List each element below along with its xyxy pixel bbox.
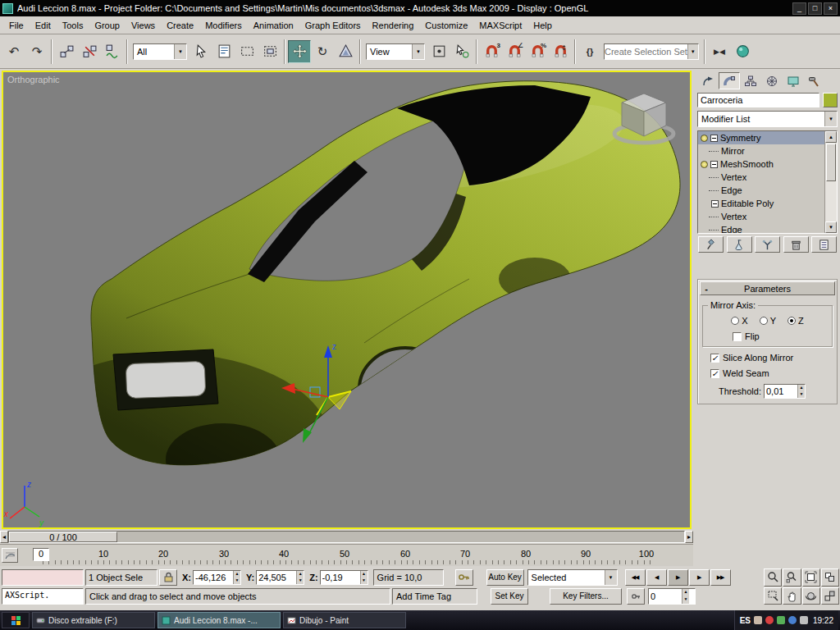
stack-item-symmetry[interactable]: Symmetry: [698, 131, 824, 144]
language-indicator[interactable]: ES: [740, 616, 751, 625]
go-to-end-button[interactable]: ▶▶: [710, 569, 731, 586]
parameters-rollout-header[interactable]: - Parameters: [700, 281, 835, 295]
object-name-field[interactable]: [698, 94, 819, 107]
go-to-start-button[interactable]: ◀◀: [625, 569, 646, 586]
menu-edit[interactable]: Edit: [30, 19, 57, 32]
time-slider-handle[interactable]: 0 / 100: [9, 532, 117, 542]
threshold-field[interactable]: [765, 385, 797, 398]
select-object-button[interactable]: [189, 40, 212, 63]
task-paint[interactable]: Dibujo - Paint: [283, 612, 406, 628]
tab-display[interactable]: [783, 72, 804, 89]
spinner-arrows[interactable]: ▲▼: [233, 571, 240, 584]
y-coordinate-field[interactable]: [257, 571, 296, 584]
menu-group[interactable]: Group: [89, 19, 126, 32]
maximize-button[interactable]: □: [808, 2, 822, 15]
mirror-axis-z-radio[interactable]: Z: [788, 316, 804, 326]
scrollbar-thumb[interactable]: [826, 144, 836, 181]
menu-file[interactable]: File: [3, 19, 30, 32]
rectangular-selection-region-button[interactable]: [235, 40, 258, 63]
stack-item-vertex[interactable]: Vertex: [698, 210, 824, 223]
time-slider-track[interactable]: 0 / 100: [8, 531, 685, 543]
dropdown-arrow-icon[interactable]: ▼: [174, 44, 186, 59]
menu-animation[interactable]: Animation: [248, 19, 299, 32]
tray-antivirus-icon[interactable]: [765, 616, 774, 624]
menu-rendering[interactable]: Rendering: [367, 19, 420, 32]
visibility-bulb-icon[interactable]: [701, 135, 708, 142]
reference-coordinate-system-dropdown[interactable]: View ▼: [366, 43, 425, 60]
keyboard-override-toggle[interactable]: [455, 569, 473, 586]
next-frame-button[interactable]: ▶: [689, 569, 710, 586]
menu-create[interactable]: Create: [161, 19, 199, 32]
menu-tools[interactable]: Tools: [57, 19, 89, 32]
show-end-result-button[interactable]: [727, 236, 752, 253]
tab-modify[interactable]: [719, 72, 740, 89]
clock[interactable]: 19:22: [813, 616, 833, 625]
select-and-move-button[interactable]: [288, 40, 311, 63]
modifier-list-dropdown[interactable]: Modifier List ▼: [697, 111, 838, 127]
slider-right-arrow[interactable]: ▸: [685, 531, 693, 543]
close-button[interactable]: ×: [824, 2, 838, 15]
expand-toggle-icon[interactable]: [710, 135, 718, 142]
task-disco-extraible[interactable]: Disco extraible (F:): [32, 612, 155, 628]
key-mode-toggle[interactable]: [627, 588, 645, 605]
select-and-scale-button[interactable]: [334, 40, 357, 63]
mirror-axis-y-radio[interactable]: Y: [760, 316, 776, 326]
pin-stack-button[interactable]: [698, 236, 724, 253]
remove-modifier-button[interactable]: [783, 236, 809, 253]
menu-maxscript[interactable]: MAXScript: [473, 19, 527, 32]
stack-item-edge[interactable]: Edge: [698, 184, 824, 197]
named-selection-sets-input[interactable]: [605, 47, 687, 57]
stack-item-edge[interactable]: Edge: [698, 223, 824, 234]
configure-modifier-sets-button[interactable]: [811, 236, 837, 253]
minimize-button[interactable]: _: [792, 2, 806, 15]
percent-snap-toggle-button[interactable]: %: [526, 40, 549, 63]
task-3dsmax[interactable]: Audi Leccion 8.max -...: [158, 612, 281, 628]
stack-item-mirror[interactable]: Mirror: [698, 144, 824, 158]
track-bar[interactable]: 0 10 20 30 40 50 60 70 80 90 100 0: [0, 544, 693, 566]
selection-filter-dropdown[interactable]: All ▼: [133, 43, 187, 60]
x-coordinate-field[interactable]: [194, 571, 233, 584]
zoom-extents-all-button[interactable]: [821, 568, 839, 587]
unlink-selection-button[interactable]: [78, 40, 101, 63]
previous-frame-button[interactable]: ◀: [646, 569, 667, 586]
select-by-name-button[interactable]: [212, 40, 235, 63]
start-button[interactable]: [2, 612, 30, 628]
object-color-swatch[interactable]: [823, 93, 838, 107]
material-editor-button[interactable]: [731, 40, 754, 63]
dropdown-arrow-icon[interactable]: ▼: [412, 44, 424, 59]
spinner-arrows[interactable]: ▲ ▼: [797, 385, 805, 398]
visibility-bulb-icon[interactable]: [701, 161, 708, 168]
tab-motion[interactable]: [761, 72, 783, 89]
zoom-extents-button[interactable]: [802, 568, 820, 587]
spinner-arrows[interactable]: ▲▼: [682, 589, 689, 604]
scroll-down-icon[interactable]: ▼: [825, 221, 837, 233]
window-crossing-toggle-button[interactable]: [258, 40, 281, 63]
expand-toggle-icon[interactable]: [710, 161, 718, 168]
tab-create[interactable]: [697, 72, 719, 89]
dropdown-arrow-icon[interactable]: ▼: [824, 112, 837, 126]
angle-snap-toggle-button[interactable]: ∠: [503, 40, 526, 63]
menu-customize[interactable]: Customize: [419, 19, 473, 32]
select-and-rotate-button[interactable]: ↻: [311, 40, 334, 63]
maxscript-listener-output[interactable]: [2, 569, 84, 586]
arc-rotate-button[interactable]: [802, 587, 820, 605]
set-key-button[interactable]: Set Key: [491, 588, 528, 605]
dropdown-arrow-icon[interactable]: ▼: [605, 570, 617, 585]
weld-seam-checkbox[interactable]: ✓ Weld Seam: [702, 368, 833, 378]
viewport-label[interactable]: Orthographic: [7, 75, 60, 84]
spinner-arrows[interactable]: ▲▼: [360, 571, 368, 584]
select-and-manipulate-button[interactable]: [450, 40, 473, 63]
named-selection-sets-combo[interactable]: ▼: [604, 43, 699, 60]
spinner-snap-toggle-button[interactable]: [549, 40, 572, 63]
add-time-tag[interactable]: Add Time Tag: [392, 588, 477, 605]
expand-toggle-icon[interactable]: [711, 200, 719, 208]
edit-named-selection-sets-button[interactable]: {}: [578, 40, 601, 63]
menu-views[interactable]: Views: [126, 19, 161, 32]
snap-toggle-3d-button[interactable]: 3: [480, 40, 503, 63]
maxscript-listener-input[interactable]: AXScript.: [2, 588, 84, 605]
current-frame-marker[interactable]: 0: [33, 548, 49, 561]
tab-utilities[interactable]: [804, 72, 825, 89]
menu-help[interactable]: Help: [527, 19, 558, 32]
stack-item-vertex[interactable]: Vertex: [698, 171, 824, 184]
tray-display-icon[interactable]: [788, 616, 797, 624]
